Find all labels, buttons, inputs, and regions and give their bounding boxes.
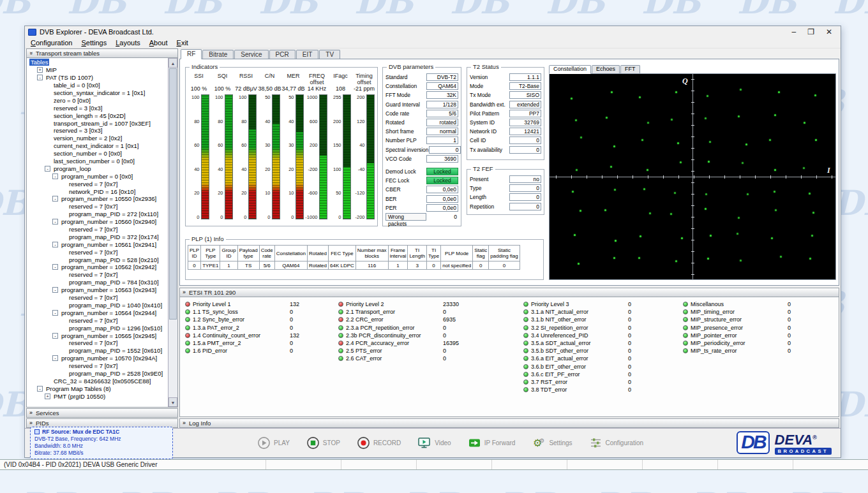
tree-item[interactable]: program_map_PID = 1552 [0x610] xyxy=(27,347,167,355)
tab-tv[interactable]: TV xyxy=(319,50,340,59)
tree-item-label[interactable]: program_map_PID = 1040 [0x410] xyxy=(68,302,163,309)
tree-collapse-icon[interactable]: - xyxy=(52,173,58,179)
tree-item-label[interactable]: program_map_PID = 372 [0x174] xyxy=(68,233,160,240)
log-info-header[interactable]: » Log Info xyxy=(179,418,839,428)
tree-item[interactable]: reserved = 7 [0x7] xyxy=(27,180,167,188)
tree-item[interactable]: zero = 0 [0x0] xyxy=(27,96,167,104)
tab-bitrate[interactable]: Bitrate xyxy=(202,50,234,59)
tree-item[interactable]: transport_stream_id = 1007 [0x3EF] xyxy=(27,119,167,127)
tree-item[interactable]: -program_number = 10565 [0x2945] xyxy=(27,332,167,339)
tree-item-label[interactable]: program_map_PID = 528 [0x210] xyxy=(68,256,160,263)
tree-item[interactable]: reserved = 3 [0x3] xyxy=(27,127,167,135)
tree-item-label[interactable]: table_id = 0 [0x0] xyxy=(52,82,101,89)
tree-item-label[interactable]: reserved = 7 [0x7] xyxy=(68,362,119,369)
tree-item-label[interactable]: transport_stream_id = 1007 [0x3EF] xyxy=(52,120,152,127)
tree-item[interactable]: program_map_PID = 1296 [0x510] xyxy=(27,324,167,332)
tree-collapse-icon[interactable]: - xyxy=(52,333,58,339)
tab-fft[interactable]: FFT xyxy=(620,65,640,73)
tree-item[interactable]: -program_number = 10564 [0x2944] xyxy=(27,309,167,316)
tree-expand-icon[interactable]: + xyxy=(45,394,50,399)
tree-item[interactable]: -Program Map Tables (8) xyxy=(27,385,167,392)
tree-item-label[interactable]: program_number = 0 [0x0] xyxy=(60,173,134,180)
tree-item-label[interactable]: PMT (prgID 10550) xyxy=(52,393,107,400)
tree-item[interactable]: +PMT (prgID 10550) xyxy=(27,392,167,400)
etsi-header[interactable]: » ETSI TR 101 290 xyxy=(179,288,839,297)
tree-item[interactable]: section_number = 0 [0x0] xyxy=(27,150,167,158)
settings-button[interactable]: ⚙ ⚙ Settings xyxy=(532,436,572,450)
tree-item[interactable]: network_PID = 16 [0x10] xyxy=(27,188,167,195)
tree-item-label[interactable]: program_map_PID = 272 [0x110] xyxy=(68,210,160,217)
tree-item-label[interactable]: PAT (TS ID 1007) xyxy=(45,74,94,81)
tree-item[interactable]: -program_number = 10550 [0x2936] xyxy=(27,195,167,203)
tree-item-label[interactable]: reserved = 3 [0x3] xyxy=(52,127,103,134)
tree-item[interactable]: reserved = 3 [0x3] xyxy=(27,104,167,112)
tree-item[interactable]: program_map_PID = 272 [0x110] xyxy=(27,210,167,218)
tree-item[interactable]: reserved = 7 [0x7] xyxy=(27,294,167,302)
tree-item-label[interactable]: reserved = 7 [0x7] xyxy=(68,203,119,210)
tree-item[interactable]: -PAT (TS ID 1007) xyxy=(27,74,167,82)
scroll-up-icon[interactable]: ▲ xyxy=(168,58,177,68)
tab-eit[interactable]: EIT xyxy=(296,50,319,59)
tree-item-label[interactable]: MIP xyxy=(45,66,58,73)
expand-right-icon[interactable]: » xyxy=(29,420,33,426)
tree-item[interactable]: -program_number = 10570 [0x294A] xyxy=(27,355,167,362)
expand-right-icon[interactable]: » xyxy=(183,420,186,426)
maximize-button[interactable]: ❐ xyxy=(807,27,814,36)
tree-item[interactable]: version_number = 2 [0x2] xyxy=(27,135,167,142)
tree-collapse-icon[interactable]: - xyxy=(37,75,43,80)
tree-item-label[interactable]: reserved = 7 [0x7] xyxy=(68,271,119,278)
tree-item-label[interactable]: program_map_PID = 1296 [0x510] xyxy=(68,325,163,332)
tree-collapse-icon[interactable]: - xyxy=(52,264,58,270)
tab-pcr[interactable]: PCR xyxy=(269,50,296,59)
scroll-down-icon[interactable]: ▼ xyxy=(168,397,177,407)
expand-right-icon[interactable]: » xyxy=(29,410,33,416)
menu-layouts[interactable]: Layouts xyxy=(111,38,145,47)
expand-right-icon[interactable]: » xyxy=(183,290,186,295)
tree-item[interactable]: program_map_PID = 372 [0x174] xyxy=(27,233,167,240)
minimize-button[interactable]: – xyxy=(791,27,796,36)
tree-item-label[interactable]: program_number = 10564 [0x2944] xyxy=(60,309,158,316)
tree-collapse-icon[interactable]: - xyxy=(45,166,50,172)
tab-constellation[interactable]: Constellation xyxy=(549,65,591,74)
menu-configuration[interactable]: Configuration xyxy=(26,38,77,47)
tree-item-label[interactable]: program_number = 10565 [0x2945] xyxy=(60,332,158,339)
tree-item[interactable]: -program_number = 10562 [0x2942] xyxy=(27,263,167,271)
tree-item-label[interactable]: CRC_32 = 84266632 [0x0505CE88] xyxy=(52,378,152,385)
tree-item[interactable]: program_map_PID = 2528 [0x9E0] xyxy=(27,370,167,378)
collapse-down-icon[interactable]: » xyxy=(28,52,34,55)
tree-item-label[interactable]: program_number = 10550 [0x2936] xyxy=(60,195,158,202)
services-section-header[interactable]: » Services xyxy=(26,408,178,418)
tree-item-label[interactable]: section_syntax_indicator = 1 [0x1] xyxy=(52,89,146,96)
tree-item-label[interactable]: version_number = 2 [0x2] xyxy=(52,135,123,142)
tree-item[interactable]: reserved = 7 [0x7] xyxy=(27,248,167,256)
tree-item[interactable]: last_section_number = 0 [0x0] xyxy=(27,158,167,165)
tree-item-label[interactable]: program_number = 10562 [0x2942] xyxy=(60,263,158,270)
tree-item-label[interactable]: program_number = 10561 [0x2941] xyxy=(60,241,158,248)
video-button[interactable]: Video xyxy=(417,436,451,450)
tree-item-label[interactable]: program_loop xyxy=(52,165,93,172)
tree-item-label[interactable]: program_number = 10570 [0x294A] xyxy=(60,355,158,362)
tree-item-label[interactable]: reserved = 3 [0x3] xyxy=(52,105,103,112)
tree-item[interactable]: section_syntax_indicator = 1 [0x1] xyxy=(27,89,167,97)
tab-echoes[interactable]: Echoes xyxy=(592,65,620,73)
tree-item[interactable]: program_map_PID = 528 [0x210] xyxy=(27,256,167,263)
close-button[interactable]: ✕ xyxy=(826,27,832,36)
tree-collapse-icon[interactable]: - xyxy=(52,310,58,316)
tree-item[interactable]: table_id = 0 [0x0] xyxy=(27,82,167,89)
tree-item-label[interactable]: program_number = 10560 [0x2940] xyxy=(60,218,158,225)
tree-item-label[interactable]: section_length = 45 [0x2D] xyxy=(52,112,127,119)
tree-item[interactable]: -program_number = 0 [0x0] xyxy=(27,172,167,180)
tree-item[interactable]: current_next_indicator = 1 [0x1] xyxy=(27,142,167,150)
tree-item[interactable]: -program_loop xyxy=(27,165,167,172)
tree-item-label[interactable]: Program Map Tables (8) xyxy=(45,385,112,392)
tree-item-label[interactable]: program_map_PID = 1552 [0x610] xyxy=(68,347,163,354)
tree-item[interactable]: -program_number = 10560 [0x2940] xyxy=(27,218,167,226)
transport-stream-tables-header[interactable]: » Transport stream tables xyxy=(26,48,178,58)
record-button[interactable]: RECORD xyxy=(357,436,401,450)
tree-item[interactable]: reserved = 7 [0x7] xyxy=(27,339,167,347)
tree-collapse-icon[interactable]: - xyxy=(52,355,58,361)
tree-item[interactable]: reserved = 7 [0x7] xyxy=(27,316,167,324)
tree-item[interactable]: CRC_32 = 84266632 [0x0505CE88] xyxy=(27,377,167,385)
tree-item[interactable]: reserved = 7 [0x7] xyxy=(27,226,167,233)
tree-item-label[interactable]: program_map_PID = 784 [0x310] xyxy=(68,279,160,286)
